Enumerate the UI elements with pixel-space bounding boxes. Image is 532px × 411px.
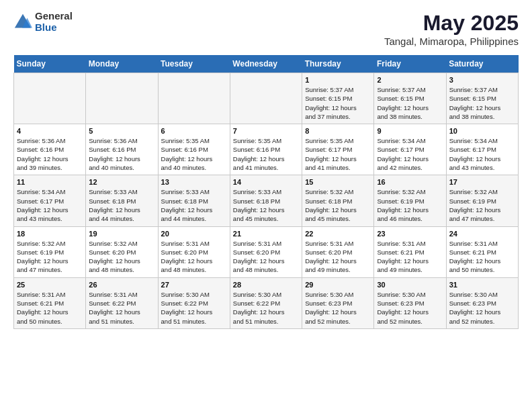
calendar-cell: 18Sunrise: 5:32 AM Sunset: 6:19 PM Dayli… <box>14 226 86 277</box>
day-number: 22 <box>305 230 371 238</box>
day-number: 23 <box>377 230 443 238</box>
calendar-cell: 14Sunrise: 5:33 AM Sunset: 6:18 PM Dayli… <box>230 175 302 226</box>
day-number: 8 <box>305 127 371 135</box>
day-number: 11 <box>17 178 83 186</box>
header-day-sunday: Sunday <box>14 55 86 73</box>
day-content: Sunrise: 5:34 AM Sunset: 6:17 PM Dayligh… <box>449 136 515 172</box>
calendar-cell: 25Sunrise: 5:31 AM Sunset: 6:21 PM Dayli… <box>14 277 86 328</box>
day-content: Sunrise: 5:32 AM Sunset: 6:19 PM Dayligh… <box>17 239 83 275</box>
calendar-cell: 24Sunrise: 5:31 AM Sunset: 6:21 PM Dayli… <box>446 226 518 277</box>
day-content: Sunrise: 5:35 AM Sunset: 6:17 PM Dayligh… <box>305 136 371 172</box>
day-content: Sunrise: 5:34 AM Sunset: 6:17 PM Dayligh… <box>377 136 443 172</box>
header-day-monday: Monday <box>86 55 158 73</box>
logo-blue-label: Blue <box>35 22 73 34</box>
logo-general-label: General <box>35 11 73 22</box>
week-row-3: 11Sunrise: 5:34 AM Sunset: 6:17 PM Dayli… <box>14 175 519 226</box>
calendar-cell: 7Sunrise: 5:35 AM Sunset: 6:16 PM Daylig… <box>230 124 302 175</box>
calendar-cell: 20Sunrise: 5:31 AM Sunset: 6:20 PM Dayli… <box>158 226 230 277</box>
day-content: Sunrise: 5:36 AM Sunset: 6:16 PM Dayligh… <box>89 136 154 172</box>
calendar-cell: 11Sunrise: 5:34 AM Sunset: 6:17 PM Dayli… <box>14 175 86 226</box>
day-number: 18 <box>17 230 83 238</box>
day-number: 9 <box>377 127 443 135</box>
day-number: 17 <box>449 178 515 186</box>
calendar-cell <box>86 73 158 124</box>
day-number: 6 <box>161 127 227 135</box>
day-content: Sunrise: 5:31 AM Sunset: 6:20 PM Dayligh… <box>305 239 371 275</box>
logo-text: General Blue <box>35 11 73 33</box>
calendar-cell: 26Sunrise: 5:31 AM Sunset: 6:22 PM Dayli… <box>86 277 158 328</box>
calendar-cell: 10Sunrise: 5:34 AM Sunset: 6:17 PM Dayli… <box>446 124 518 175</box>
calendar-cell: 2Sunrise: 5:37 AM Sunset: 6:15 PM Daylig… <box>374 73 446 124</box>
header-day-friday: Friday <box>374 55 446 73</box>
week-row-4: 18Sunrise: 5:32 AM Sunset: 6:19 PM Dayli… <box>14 226 519 277</box>
day-number: 16 <box>377 178 443 186</box>
logo: General Blue <box>13 11 73 33</box>
day-number: 1 <box>305 76 371 84</box>
day-content: Sunrise: 5:32 AM Sunset: 6:18 PM Dayligh… <box>305 187 371 223</box>
day-content: Sunrise: 5:31 AM Sunset: 6:22 PM Dayligh… <box>89 290 154 326</box>
calendar-cell: 17Sunrise: 5:32 AM Sunset: 6:19 PM Dayli… <box>446 175 518 226</box>
title-block: May 2025 Tangal, Mimaropa, Philippines <box>384 11 519 47</box>
day-content: Sunrise: 5:33 AM Sunset: 6:18 PM Dayligh… <box>233 187 299 223</box>
calendar-cell: 21Sunrise: 5:31 AM Sunset: 6:20 PM Dayli… <box>230 226 302 277</box>
calendar-cell: 8Sunrise: 5:35 AM Sunset: 6:17 PM Daylig… <box>302 124 374 175</box>
day-number: 30 <box>377 281 443 289</box>
calendar-cell: 28Sunrise: 5:30 AM Sunset: 6:22 PM Dayli… <box>230 277 302 328</box>
main-title: May 2025 <box>384 11 519 36</box>
day-number: 5 <box>89 127 154 135</box>
day-content: Sunrise: 5:34 AM Sunset: 6:17 PM Dayligh… <box>17 187 83 223</box>
calendar-cell: 22Sunrise: 5:31 AM Sunset: 6:20 PM Dayli… <box>302 226 374 277</box>
day-number: 15 <box>305 178 371 186</box>
day-number: 25 <box>17 281 83 289</box>
calendar-cell: 4Sunrise: 5:36 AM Sunset: 6:16 PM Daylig… <box>14 124 86 175</box>
week-row-2: 4Sunrise: 5:36 AM Sunset: 6:16 PM Daylig… <box>14 124 519 175</box>
day-number: 3 <box>449 76 515 84</box>
calendar-cell: 3Sunrise: 5:37 AM Sunset: 6:15 PM Daylig… <box>446 73 518 124</box>
day-content: Sunrise: 5:31 AM Sunset: 6:21 PM Dayligh… <box>449 239 515 275</box>
day-content: Sunrise: 5:30 AM Sunset: 6:22 PM Dayligh… <box>233 290 299 326</box>
day-number: 29 <box>305 281 371 289</box>
day-content: Sunrise: 5:30 AM Sunset: 6:23 PM Dayligh… <box>305 290 371 326</box>
day-number: 2 <box>377 76 443 84</box>
day-content: Sunrise: 5:33 AM Sunset: 6:18 PM Dayligh… <box>161 187 227 223</box>
day-number: 7 <box>233 127 299 135</box>
calendar-cell: 12Sunrise: 5:33 AM Sunset: 6:18 PM Dayli… <box>86 175 158 226</box>
calendar-cell: 29Sunrise: 5:30 AM Sunset: 6:23 PM Dayli… <box>302 277 374 328</box>
day-content: Sunrise: 5:30 AM Sunset: 6:22 PM Dayligh… <box>161 290 227 326</box>
calendar-cell: 6Sunrise: 5:35 AM Sunset: 6:16 PM Daylig… <box>158 124 230 175</box>
day-content: Sunrise: 5:32 AM Sunset: 6:19 PM Dayligh… <box>377 187 443 223</box>
calendar-cell: 23Sunrise: 5:31 AM Sunset: 6:21 PM Dayli… <box>374 226 446 277</box>
day-content: Sunrise: 5:32 AM Sunset: 6:20 PM Dayligh… <box>89 239 154 275</box>
calendar-cell: 19Sunrise: 5:32 AM Sunset: 6:20 PM Dayli… <box>86 226 158 277</box>
day-content: Sunrise: 5:31 AM Sunset: 6:21 PM Dayligh… <box>377 239 443 275</box>
calendar-cell <box>14 73 86 124</box>
day-number: 4 <box>17 127 83 135</box>
day-content: Sunrise: 5:36 AM Sunset: 6:16 PM Dayligh… <box>17 136 83 172</box>
header-day-thursday: Thursday <box>302 55 374 73</box>
day-content: Sunrise: 5:30 AM Sunset: 6:23 PM Dayligh… <box>377 290 443 326</box>
header: General Blue May 2025 Tangal, Mimaropa, … <box>13 11 519 47</box>
day-content: Sunrise: 5:31 AM Sunset: 6:20 PM Dayligh… <box>161 239 227 275</box>
calendar-cell: 16Sunrise: 5:32 AM Sunset: 6:19 PM Dayli… <box>374 175 446 226</box>
calendar-cell: 15Sunrise: 5:32 AM Sunset: 6:18 PM Dayli… <box>302 175 374 226</box>
day-number: 12 <box>89 178 154 186</box>
day-content: Sunrise: 5:37 AM Sunset: 6:15 PM Dayligh… <box>449 85 515 121</box>
calendar-cell: 5Sunrise: 5:36 AM Sunset: 6:16 PM Daylig… <box>86 124 158 175</box>
calendar-cell <box>230 73 302 124</box>
page: General Blue May 2025 Tangal, Mimaropa, … <box>0 0 532 340</box>
header-row: SundayMondayTuesdayWednesdayThursdayFrid… <box>14 55 519 73</box>
calendar-cell: 9Sunrise: 5:34 AM Sunset: 6:17 PM Daylig… <box>374 124 446 175</box>
day-content: Sunrise: 5:35 AM Sunset: 6:16 PM Dayligh… <box>161 136 227 172</box>
day-content: Sunrise: 5:31 AM Sunset: 6:21 PM Dayligh… <box>17 290 83 326</box>
day-number: 20 <box>161 230 227 238</box>
day-number: 13 <box>161 178 227 186</box>
day-content: Sunrise: 5:37 AM Sunset: 6:15 PM Dayligh… <box>305 85 371 121</box>
calendar-cell: 27Sunrise: 5:30 AM Sunset: 6:22 PM Dayli… <box>158 277 230 328</box>
day-number: 21 <box>233 230 299 238</box>
logo-icon <box>13 13 32 32</box>
calendar-cell: 1Sunrise: 5:37 AM Sunset: 6:15 PM Daylig… <box>302 73 374 124</box>
day-content: Sunrise: 5:31 AM Sunset: 6:20 PM Dayligh… <box>233 239 299 275</box>
calendar-header: SundayMondayTuesdayWednesdayThursdayFrid… <box>14 55 519 73</box>
day-content: Sunrise: 5:37 AM Sunset: 6:15 PM Dayligh… <box>377 85 443 121</box>
calendar-cell: 30Sunrise: 5:30 AM Sunset: 6:23 PM Dayli… <box>374 277 446 328</box>
